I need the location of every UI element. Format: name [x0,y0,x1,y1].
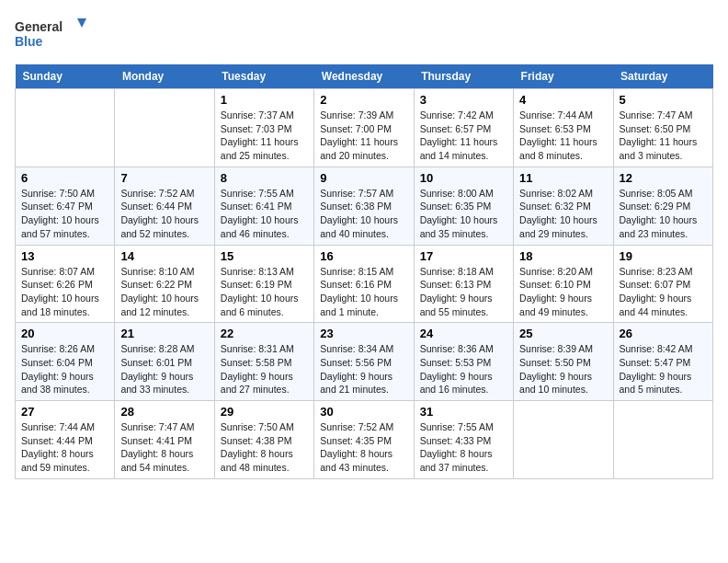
calendar-cell: 22Sunrise: 8:31 AMSunset: 5:58 PMDayligh… [214,323,313,401]
page-header: General Blue [15,15,713,55]
day-number: 8 [221,171,308,185]
day-number: 26 [620,327,707,340]
day-number: 9 [320,171,407,185]
cell-content: Sunset: 4:41 PM [120,434,208,448]
cell-content: Sunset: 6:57 PM [420,122,507,136]
cell-content: Sunset: 6:01 PM [120,356,208,370]
cell-content: Sunrise: 7:50 AM [21,187,108,201]
cell-content: Daylight: 10 hours and 52 minutes. [120,213,208,240]
cell-content: Sunset: 5:56 PM [320,356,407,370]
week-row-4: 20Sunrise: 8:26 AMSunset: 6:04 PMDayligh… [16,323,713,401]
svg-marker-2 [77,18,86,28]
cell-content: Sunrise: 8:10 AM [120,265,208,279]
cell-content: Daylight: 8 hours and 54 minutes. [120,447,208,474]
calendar-cell: 26Sunrise: 8:42 AMSunset: 5:47 PMDayligh… [613,323,712,401]
cell-content: Sunrise: 7:52 AM [320,420,407,434]
cell-content: Daylight: 8 hours and 37 minutes. [420,447,507,474]
day-number: 12 [620,171,707,185]
day-number: 1 [221,93,308,107]
cell-content: Daylight: 9 hours and 38 minutes. [21,370,108,396]
cell-content: Sunset: 6:22 PM [120,278,208,292]
svg-text:General: General [15,19,63,34]
cell-content: Sunrise: 8:20 AM [519,265,607,279]
cell-content: Sunrise: 8:31 AM [221,342,308,356]
day-number: 22 [221,327,308,340]
cell-content: Daylight: 9 hours and 10 minutes. [519,370,607,396]
day-number: 30 [320,405,407,419]
cell-content: Sunset: 6:50 PM [620,122,707,136]
calendar-cell: 8Sunrise: 7:55 AMSunset: 6:41 PMDaylight… [214,167,313,245]
cell-content: Daylight: 8 hours and 43 minutes. [320,447,407,474]
cell-content: Daylight: 10 hours and 6 minutes. [221,292,308,318]
cell-content: Sunset: 6:38 PM [320,200,407,213]
cell-content: Daylight: 10 hours and 18 minutes. [21,292,108,318]
cell-content: Sunset: 4:44 PM [21,434,108,448]
day-number: 15 [221,249,308,263]
day-number: 25 [519,327,607,340]
cell-content: Sunrise: 7:57 AM [320,187,407,201]
cell-content: Daylight: 10 hours and 35 minutes. [420,213,507,240]
cell-content: Sunrise: 8:05 AM [620,187,707,201]
day-header-monday: Monday [115,64,214,89]
cell-content: Daylight: 10 hours and 23 minutes. [620,213,707,240]
cell-content: Sunrise: 8:34 AM [320,342,407,356]
cell-content: Sunset: 6:29 PM [620,200,707,213]
day-number: 14 [120,249,208,263]
cell-content: Sunrise: 7:47 AM [120,420,208,434]
cell-content: Sunrise: 8:18 AM [420,265,507,279]
cell-content: Sunset: 6:47 PM [21,200,108,213]
cell-content: Sunrise: 8:26 AM [21,342,108,356]
day-number: 31 [420,405,507,419]
cell-content: Sunset: 6:10 PM [519,278,607,292]
calendar-cell: 30Sunrise: 7:52 AMSunset: 4:35 PMDayligh… [314,401,414,479]
day-number: 24 [420,327,507,340]
day-number: 19 [620,249,707,263]
cell-content: Daylight: 9 hours and 16 minutes. [420,370,507,396]
cell-content: Sunrise: 8:28 AM [120,342,208,356]
cell-content: Sunset: 5:50 PM [519,356,607,370]
day-number: 11 [519,171,607,185]
day-number: 13 [21,249,108,263]
day-number: 29 [221,405,308,419]
cell-content: Sunset: 5:47 PM [620,356,707,370]
calendar-cell: 14Sunrise: 8:10 AMSunset: 6:22 PMDayligh… [115,245,214,323]
calendar-cell: 29Sunrise: 7:50 AMSunset: 4:38 PMDayligh… [214,401,313,479]
week-row-3: 13Sunrise: 8:07 AMSunset: 6:26 PMDayligh… [16,245,713,323]
day-header-thursday: Thursday [414,64,513,89]
day-header-wednesday: Wednesday [314,64,414,89]
calendar-cell: 27Sunrise: 7:44 AMSunset: 4:44 PMDayligh… [16,401,115,479]
calendar-cell [514,401,613,479]
cell-content: Sunset: 5:58 PM [221,356,308,370]
cell-content: Daylight: 9 hours and 49 minutes. [519,292,607,318]
calendar-cell: 5Sunrise: 7:47 AMSunset: 6:50 PMDaylight… [613,89,712,167]
day-header-tuesday: Tuesday [214,64,313,89]
cell-content: Sunset: 6:19 PM [221,278,308,292]
logo-icon: General Blue [15,15,88,55]
calendar-cell: 24Sunrise: 8:36 AMSunset: 5:53 PMDayligh… [414,323,513,401]
calendar-cell: 3Sunrise: 7:42 AMSunset: 6:57 PMDaylight… [414,89,513,167]
cell-content: Sunrise: 7:47 AM [620,109,707,122]
calendar-cell: 21Sunrise: 8:28 AMSunset: 6:01 PMDayligh… [115,323,214,401]
cell-content: Daylight: 9 hours and 5 minutes. [620,370,707,396]
calendar-cell [115,89,214,167]
cell-content: Daylight: 10 hours and 40 minutes. [320,213,407,240]
cell-content: Daylight: 10 hours and 46 minutes. [221,213,308,240]
day-number: 17 [420,249,507,263]
cell-content: Sunset: 7:03 PM [221,122,308,136]
calendar-cell: 15Sunrise: 8:13 AMSunset: 6:19 PMDayligh… [214,245,313,323]
day-header-sunday: Sunday [16,64,115,89]
cell-content: Daylight: 10 hours and 57 minutes. [21,213,108,240]
cell-content: Sunset: 7:00 PM [320,122,407,136]
cell-content: Daylight: 9 hours and 21 minutes. [320,370,407,396]
cell-content: Sunset: 6:13 PM [420,278,507,292]
cell-content: Daylight: 9 hours and 44 minutes. [620,292,707,318]
cell-content: Sunrise: 7:44 AM [519,109,607,122]
cell-content: Daylight: 10 hours and 12 minutes. [120,292,208,318]
day-number: 27 [21,405,108,419]
logo: General Blue [15,15,88,55]
calendar-cell: 11Sunrise: 8:02 AMSunset: 6:32 PMDayligh… [514,167,613,245]
cell-content: Daylight: 11 hours and 14 minutes. [420,135,507,162]
cell-content: Sunrise: 8:36 AM [420,342,507,356]
cell-content: Daylight: 9 hours and 33 minutes. [120,370,208,396]
cell-content: Sunrise: 7:42 AM [420,109,507,122]
